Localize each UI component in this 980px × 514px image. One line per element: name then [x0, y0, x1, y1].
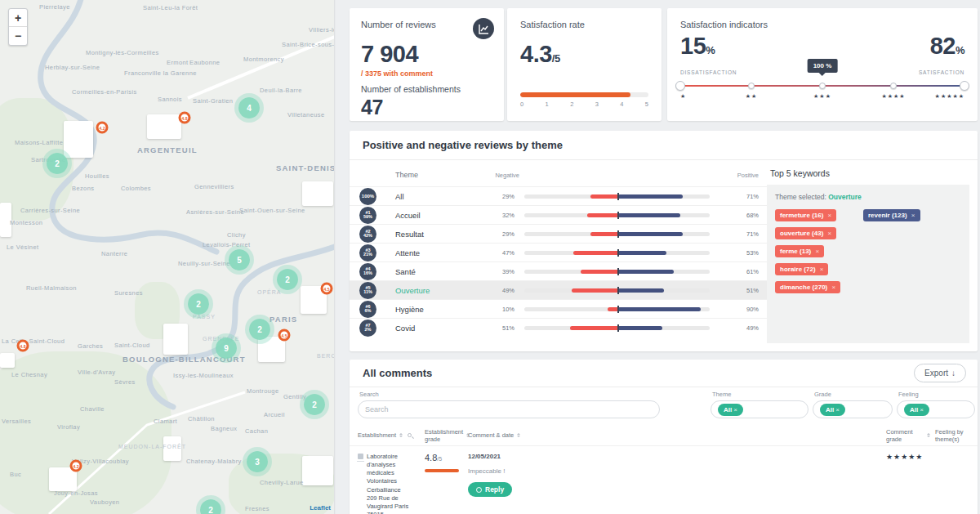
theme-positive-value: 71% [719, 193, 759, 200]
theme-row[interactable]: #416%Santé39%61% [350, 261, 767, 280]
establishments-label: Number of establishments [361, 84, 492, 94]
search-input[interactable]: Search [358, 400, 660, 418]
map-place-label: PASSY [193, 314, 216, 320]
negative-keyword-tag[interactable]: ferme (13) × [775, 245, 824, 257]
selected-theme-name: Ouverture [828, 193, 862, 201]
map-cluster-marker[interactable]: 5 [229, 249, 250, 270]
map-cluster-marker[interactable]: 2 [304, 394, 325, 415]
satisfaction-slider[interactable]: 100 % [680, 80, 964, 92]
map-rating-marker[interactable]: 4.8 [179, 112, 191, 124]
remove-keyword-icon[interactable]: × [830, 284, 835, 291]
map-place-label: Cormeilles-en-Parisis [72, 88, 137, 96]
map-place-label: Nanterre [101, 250, 127, 257]
map-place-label: Chaville [80, 405, 105, 413]
slider-tooltip: 100 % [808, 59, 838, 73]
map-cluster-marker[interactable]: 3 [247, 451, 268, 472]
negative-keyword-tag[interactable]: dimanche (270) × [775, 281, 840, 293]
column-header[interactable]: Establishment grade [425, 428, 468, 443]
theme-rank-badge: #66% [359, 301, 376, 318]
positive-keyword-tag[interactable]: revenir (123) × [863, 209, 920, 221]
slider-handle[interactable] [675, 81, 685, 91]
grade-filter-label: Grade [814, 391, 893, 398]
sort-icon[interactable] [517, 431, 520, 439]
slider-handle[interactable] [960, 81, 969, 91]
export-button[interactable]: Export ↓ [914, 364, 966, 382]
theme-row[interactable]: #321%Attente47%53% [350, 243, 767, 261]
scale-tick-label: 2 [570, 101, 573, 108]
slider-handle[interactable] [748, 83, 755, 89]
map-popup[interactable] [163, 324, 188, 355]
theme-row[interactable]: #511%Ouverture49%51% [350, 280, 767, 299]
zoom-in-button[interactable]: + [9, 9, 27, 27]
sort-icon[interactable] [399, 431, 403, 439]
map-popup[interactable] [302, 181, 333, 206]
map-place-label: Montmorency [243, 56, 284, 63]
map-place-label: Franconville la Garenne [124, 69, 197, 77]
theme-row[interactable]: #159%Accueil32%68% [350, 205, 767, 224]
slider-handle[interactable] [890, 83, 897, 89]
map-cluster-marker[interactable]: 2 [188, 293, 209, 315]
map-place-label: Gentilly [283, 393, 306, 400]
column-header[interactable]: Comment & date [468, 431, 886, 439]
zoom-out-button[interactable]: − [9, 27, 27, 45]
chart-icon[interactable] [473, 18, 494, 39]
map-rating-marker[interactable]: 4.5 [321, 283, 333, 295]
remove-keyword-icon[interactable]: × [826, 230, 831, 237]
negative-keyword-tag[interactable]: horaire (72) × [775, 263, 828, 275]
slider-handle[interactable] [819, 83, 826, 89]
theme-filter-select[interactable]: All× [710, 400, 808, 418]
map-place-label: Ville-d'Avray [78, 369, 115, 376]
negative-keyword-tag[interactable]: fermeture (16) × [775, 209, 836, 221]
map-cluster-marker[interactable]: 9 [216, 337, 237, 359]
star-rating-label: ★★★★★ [935, 93, 964, 100]
theme-positive-value: 49% [719, 324, 759, 332]
map-popup[interactable] [147, 114, 181, 139]
map-rating-marker[interactable]: 4.8 [17, 340, 29, 352]
map-place-label: Saint-Ouen-sur-Seine [239, 207, 305, 214]
theme-row[interactable]: 100%All29%71% [350, 186, 767, 205]
remove-keyword-icon[interactable]: × [818, 266, 824, 273]
satisfaction-rate-bar [520, 92, 648, 97]
theme-row[interactable]: #66%Hygiène10%90% [350, 299, 767, 318]
sort-icon[interactable] [927, 431, 930, 439]
remove-keyword-icon[interactable]: × [813, 248, 819, 255]
map-attribution-link[interactable]: Leaflet [310, 504, 331, 512]
reviews-with-comment: / 3375 with comment [361, 69, 492, 78]
map-place-label: Versailles [2, 418, 31, 425]
map-place-label: Le Vésinet [7, 244, 38, 251]
column-header[interactable]: Comment grade [886, 428, 935, 443]
feeling-filter-select[interactable]: All× [897, 400, 975, 418]
map-popup[interactable] [64, 121, 93, 158]
search-icon[interactable] [408, 433, 412, 437]
map-cluster-marker[interactable]: 2 [47, 153, 68, 174]
reply-button[interactable]: Reply [468, 482, 512, 497]
map-cluster-marker[interactable]: 4 [238, 97, 260, 118]
grade-filter-select[interactable]: All× [813, 400, 893, 418]
theme-rank-badge: 100% [359, 188, 376, 205]
theme-positive-value: 71% [719, 230, 759, 238]
negative-keyword-tag[interactable]: ouverture (43) × [775, 227, 836, 239]
map-zoom-controls: + − [8, 8, 28, 46]
remove-keyword-icon[interactable]: × [826, 212, 831, 219]
map-cluster-marker[interactable]: 2 [277, 269, 298, 290]
map-popup[interactable] [0, 353, 15, 368]
column-positive: Positive [719, 172, 759, 179]
map-popup[interactable] [302, 456, 333, 485]
reviews-by-theme-card: Positive and negative reviews by theme T… [350, 131, 978, 351]
map-place-label: Montesson [10, 219, 42, 226]
map-place-label: OPÉRA [257, 289, 282, 295]
column-header[interactable]: Establishment [358, 431, 425, 439]
remove-keyword-icon[interactable]: × [910, 212, 915, 219]
establishment-cell[interactable]: Laboratoire d'analyses médicales Volonta… [358, 453, 425, 514]
dissatisfaction-label: DISSATISFACTION [680, 69, 737, 75]
map[interactable]: PierrelayeSaint-Leu-la ForêtVilliers-leS… [0, 0, 335, 514]
map-cluster-marker[interactable]: 2 [249, 319, 270, 340]
comment-row: Laboratoire d'analyses médicales Volonta… [350, 446, 978, 514]
theme-row[interactable]: #242%Resultat29%71% [350, 224, 767, 243]
column-header[interactable]: Feeling by theme(s) [935, 428, 969, 443]
map-rating-marker[interactable]: 4.2 [70, 460, 82, 472]
map-rating-marker[interactable]: 4.5 [278, 329, 291, 342]
theme-sentiment-bar [524, 232, 710, 236]
theme-row[interactable]: #72%Covid51%49% [350, 318, 767, 337]
map-rating-marker[interactable]: 4.2 [96, 122, 109, 134]
